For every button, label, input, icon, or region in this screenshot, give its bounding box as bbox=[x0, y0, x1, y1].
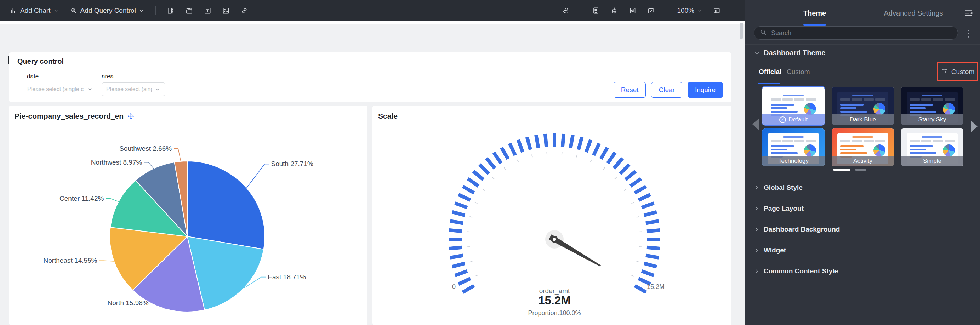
gauge-min-label: 0 bbox=[452, 283, 456, 290]
gauge-tick bbox=[480, 165, 489, 174]
search-input[interactable] bbox=[770, 29, 952, 37]
pie-label-leader bbox=[247, 164, 269, 188]
section-widget[interactable]: Widget bbox=[745, 240, 980, 261]
toolbar-button-clean-canvas-icon[interactable] bbox=[607, 3, 621, 18]
toolbar-button-web-link-icon[interactable] bbox=[237, 3, 251, 18]
gauge-chart-card[interactable]: 015.2Morder_amt15.2MProportion:100.0% Sc… bbox=[372, 105, 732, 325]
theme-card-activity[interactable]: Activity bbox=[832, 128, 894, 166]
pie-slice-label: South 27.71% bbox=[271, 160, 313, 167]
gauge-tick bbox=[579, 137, 582, 150]
search-box[interactable] bbox=[754, 26, 958, 40]
caret-down-icon bbox=[697, 8, 702, 13]
toolbar-button-tab-widget-icon[interactable] bbox=[182, 3, 196, 18]
clean-canvas-icon bbox=[610, 7, 618, 14]
theme-card-dark-blue[interactable]: Dark Blue bbox=[832, 87, 894, 125]
date-select[interactable]: Please select (single choice) bbox=[27, 83, 97, 96]
toolbar-button-text-widget-icon[interactable] bbox=[200, 3, 215, 18]
toolbar-button-link-filter-icon[interactable] bbox=[559, 3, 573, 18]
gauge-tick bbox=[586, 140, 591, 152]
custom-theme-button[interactable]: Custom bbox=[937, 62, 978, 81]
gauge-tick bbox=[458, 195, 471, 201]
gauge-tick bbox=[620, 165, 629, 174]
gauge-tick bbox=[590, 160, 591, 162]
gauge-tick bbox=[644, 212, 657, 216]
theme-card-label: Simple bbox=[901, 156, 963, 166]
gauge-tick bbox=[594, 143, 600, 155]
gauge-tick bbox=[615, 177, 617, 180]
section-dashboard-background[interactable]: Dashboard Background bbox=[745, 219, 980, 240]
tab-advanced-settings[interactable]: Advanced Settings bbox=[869, 0, 958, 26]
toolbar-menu-add-query-control[interactable]: Add Query Control bbox=[67, 5, 148, 17]
toolbar-button-image-widget-icon[interactable] bbox=[219, 3, 233, 18]
section-page-layout[interactable]: Page Layout bbox=[745, 198, 980, 219]
search-icon bbox=[760, 29, 767, 37]
dashboard-theme-header[interactable]: Dashboard Theme bbox=[754, 49, 825, 57]
theme-source-tabs: Official Custom Custom bbox=[745, 62, 980, 85]
carousel-right-arrow-icon[interactable] bbox=[971, 121, 977, 132]
theme-card-starry-sky[interactable]: Starry Sky bbox=[901, 87, 963, 125]
gauge-tick bbox=[636, 217, 640, 217]
toolbar-button-batch-select-icon[interactable] bbox=[644, 3, 658, 18]
carousel-page-indicator[interactable] bbox=[833, 169, 850, 170]
panel-search-row bbox=[745, 26, 980, 44]
gauge-tick bbox=[644, 263, 657, 267]
chevron-down-icon bbox=[87, 86, 93, 92]
chevron-right-icon bbox=[754, 206, 759, 211]
section-label: Common Content Style bbox=[764, 267, 838, 275]
zoom-control[interactable]: 100% bbox=[674, 5, 705, 17]
doc-panel-icon bbox=[592, 7, 600, 14]
zoom-value: 100% bbox=[677, 7, 694, 14]
date-select-placeholder: Please select (single choice) bbox=[27, 86, 84, 92]
toolbar-right-group: 100% bbox=[559, 3, 724, 18]
filter-widget-icon bbox=[167, 7, 175, 14]
theme-card-label: Technology bbox=[762, 156, 824, 166]
tab-official[interactable]: Official bbox=[759, 62, 781, 82]
toolbar-button-filter-widget-icon[interactable] bbox=[164, 3, 178, 18]
pie-slice-label: Southwest 2.66% bbox=[119, 145, 172, 152]
gauge-tick bbox=[636, 261, 640, 262]
toolbar-button-hide-preview-icon[interactable] bbox=[625, 3, 640, 18]
kebab-menu-icon[interactable] bbox=[964, 28, 972, 39]
gauge-tick bbox=[452, 212, 465, 216]
theme-card-label: Activity bbox=[832, 156, 894, 166]
inquire-button[interactable]: Inquire bbox=[687, 82, 723, 98]
bar-chart-icon bbox=[10, 7, 18, 14]
clear-button[interactable]: Clear bbox=[651, 82, 682, 98]
settings-panel: Theme Advanced Settings Dashboard Theme … bbox=[745, 0, 980, 325]
theme-card-simple[interactable]: Simple bbox=[901, 128, 963, 166]
gauge-tick bbox=[467, 231, 470, 232]
pie-slice-label: Northeast 14.55% bbox=[43, 256, 97, 264]
pie-slice-south[interactable] bbox=[187, 161, 265, 249]
carousel-left-arrow-icon[interactable] bbox=[752, 119, 759, 130]
carousel-pagination bbox=[833, 169, 866, 170]
collapse-panel-icon[interactable] bbox=[963, 8, 974, 18]
move-icon[interactable] bbox=[127, 113, 135, 120]
tab-theme[interactable]: Theme bbox=[791, 0, 838, 26]
toolbar-menu-label: Add Chart bbox=[20, 7, 51, 14]
gauge-tick bbox=[510, 143, 515, 155]
image-widget-icon bbox=[222, 7, 230, 14]
toolbar-button-doc-panel-icon[interactable] bbox=[589, 3, 603, 18]
carousel-page-indicator[interactable] bbox=[855, 169, 866, 170]
canvas-scrollbar-thumb[interactable] bbox=[740, 23, 743, 39]
area-select[interactable]: Please select (single ch... bbox=[102, 83, 165, 96]
section-global-style[interactable]: Global Style bbox=[745, 177, 980, 198]
theme-card-label: Starry Sky bbox=[901, 114, 963, 125]
section-common-content-style[interactable]: Common Content Style bbox=[745, 261, 980, 282]
dashboard-theme-title: Dashboard Theme bbox=[764, 49, 825, 57]
gauge-tick bbox=[632, 202, 634, 203]
gauge-tick bbox=[452, 263, 465, 267]
query-buttons: ResetClearInquire bbox=[614, 82, 723, 98]
toolbar-button-grid-layout-icon[interactable] bbox=[710, 3, 724, 18]
section-label: Dashboard Background bbox=[764, 226, 840, 233]
pie-chart-card[interactable]: South 27.71%East 18.71%North 15.98%North… bbox=[9, 105, 368, 325]
query-control-title: Query control bbox=[18, 57, 64, 65]
theme-card-default[interactable]: ✓Default bbox=[762, 87, 824, 125]
theme-card-technology[interactable]: Technology bbox=[762, 128, 824, 166]
toolbar-menu-add-chart[interactable]: Add Chart bbox=[6, 5, 62, 17]
tab-custom[interactable]: Custom bbox=[787, 62, 810, 82]
reset-button[interactable]: Reset bbox=[614, 82, 646, 98]
gauge-proportion-label: Proportion:100.0% bbox=[528, 309, 581, 317]
pie-label-leader bbox=[144, 162, 154, 169]
gauge-tick bbox=[455, 271, 467, 276]
